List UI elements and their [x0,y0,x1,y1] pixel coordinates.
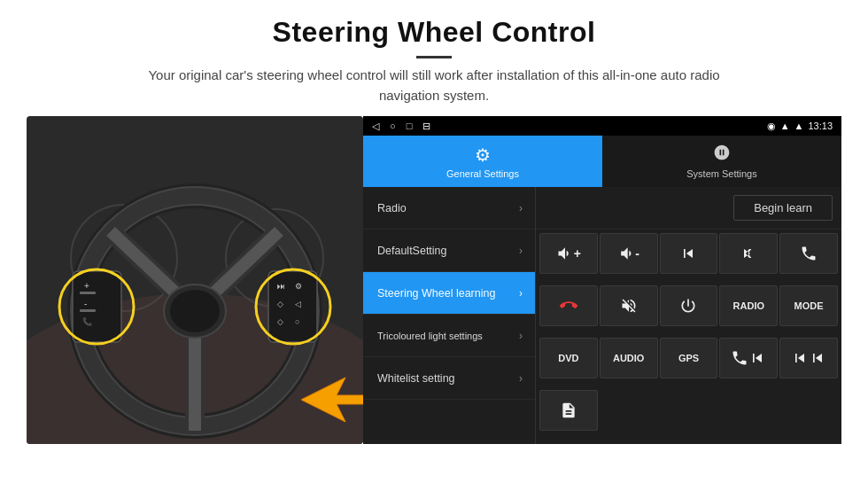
page-title: Steering Wheel Control [53,16,815,49]
svg-rect-21 [80,309,96,312]
vol-down-button[interactable]: - [600,233,658,274]
svg-text:◇: ◇ [277,300,283,308]
settings-content: Radio › DefaultSetting › Steering Wheel … [363,187,841,444]
svg-text:○: ○ [295,317,299,326]
menu-item-radio[interactable]: Radio › [363,187,535,230]
page-header: Steering Wheel Control Your original car… [0,0,868,116]
svg-text:◁: ◁ [295,300,301,308]
vol-up-button[interactable]: + [539,233,598,274]
system-icon [713,144,731,166]
wifi-icon: ▲ [780,121,790,131]
svg-text:+: + [84,281,89,291]
time-display: 13:13 [808,121,833,131]
gps-button[interactable]: GPS [660,338,718,378]
menu-item-tricoloured[interactable]: Tricoloured light settings › [363,315,535,357]
svg-point-15 [170,290,220,332]
right-panel: Begin learn + - [536,187,841,444]
nav-back-icon[interactable]: ◁ [372,121,379,132]
prev-folder-button[interactable] [779,338,838,378]
phone-answer-button[interactable] [779,233,838,274]
nav-cast-icon[interactable]: ⊟ [422,121,430,132]
svg-text:-: - [84,299,87,308]
chevron-icon: › [519,330,523,342]
tab-system[interactable]: System Settings [602,136,841,187]
svg-text:📞: 📞 [82,316,93,327]
svg-rect-22 [268,271,317,342]
status-bar: ◁ ○ □ ⊟ ◉ ▲ ▲ 13:13 [363,116,841,136]
nav-home-icon[interactable]: ○ [390,121,396,132]
main-content: + - 📞 ⏭ ◇ ◇ ⚙ ◁ ○ ◁ [0,116,868,444]
tab-general[interactable]: ⚙ General Settings [363,136,602,187]
begin-learn-row: Begin learn [536,187,841,230]
page-subtitle: Your original car's steering wheel contr… [124,66,744,105]
svg-text:◇: ◇ [277,317,283,326]
menu-item-whitelist[interactable]: Whitelist setting › [363,357,535,400]
phone-prev-button[interactable] [719,338,778,378]
chevron-icon: › [519,287,523,300]
menu-item-steering-wheel[interactable]: Steering Wheel learning › [363,272,535,315]
title-divider [416,56,452,58]
nav-recent-icon[interactable]: □ [407,121,413,132]
android-panel: ◁ ○ □ ⊟ ◉ ▲ ▲ 13:13 ⚙ General Settings [363,116,841,444]
next-track-button[interactable] [719,233,778,274]
svg-rect-20 [80,292,96,294]
chevron-icon: › [519,245,523,257]
chevron-icon: › [519,372,523,385]
steering-wheel-image: + - 📞 ⏭ ◇ ◇ ⚙ ◁ ○ [27,116,363,444]
mode-button[interactable]: MODE [779,285,838,326]
tab-general-label: General Settings [446,168,519,179]
dvd-button[interactable]: DVD [539,338,598,378]
hang-up-button[interactable] [539,285,598,326]
status-indicators: ◉ ▲ ▲ 13:13 [767,121,833,132]
radio-button[interactable]: RADIO [719,285,778,326]
nav-icons: ◁ ○ □ ⊟ [372,121,430,132]
signal-icon: ▲ [794,121,804,131]
tab-system-label: System Settings [686,168,756,179]
control-buttons-grid: + - [536,230,841,444]
file-button[interactable] [539,390,598,431]
audio-button[interactable]: AUDIO [600,338,658,378]
location-icon: ◉ [767,121,776,132]
menu-item-default-setting[interactable]: DefaultSetting › [363,230,535,272]
left-menu: Radio › DefaultSetting › Steering Wheel … [363,187,536,444]
settings-icon: ⚙ [475,144,491,166]
svg-text:⚙: ⚙ [295,282,302,291]
begin-learn-button[interactable]: Begin learn [733,195,833,221]
power-button[interactable] [660,285,718,326]
svg-rect-16 [73,271,121,342]
chevron-icon: › [519,202,523,214]
prev-track-button[interactable] [660,233,718,274]
mute-button[interactable] [600,285,658,326]
tab-bar: ⚙ General Settings System Settings [363,136,841,187]
svg-text:⏭: ⏭ [277,282,285,291]
